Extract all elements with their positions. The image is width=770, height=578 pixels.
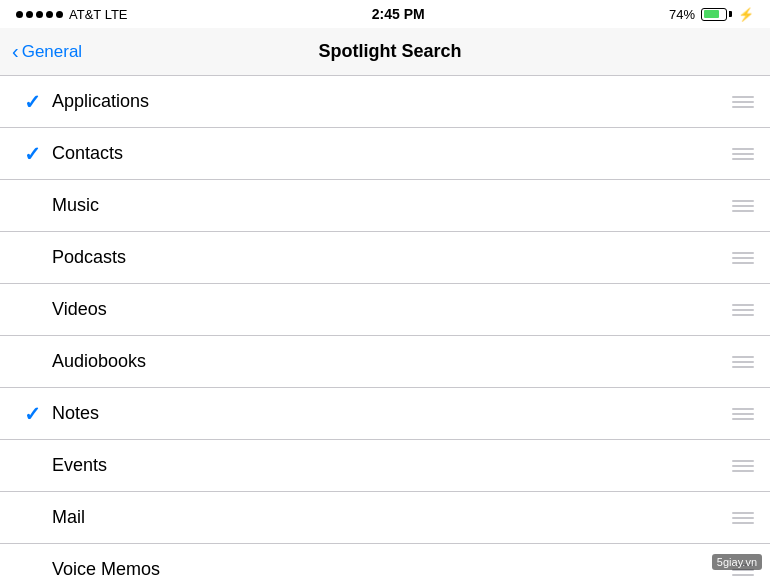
reorder-line bbox=[732, 408, 754, 410]
reorder-line bbox=[732, 470, 754, 472]
list-item[interactable]: ✓Applications bbox=[0, 76, 770, 128]
reorder-icon[interactable] bbox=[732, 200, 754, 212]
reorder-line bbox=[732, 148, 754, 150]
item-label: Audiobooks bbox=[48, 351, 732, 372]
checkmark-icon: ✓ bbox=[16, 142, 48, 166]
signal-dot-3 bbox=[36, 11, 43, 18]
reorder-line bbox=[732, 366, 754, 368]
reorder-icon[interactable] bbox=[732, 304, 754, 316]
battery-fill bbox=[704, 10, 720, 18]
item-label: Events bbox=[48, 455, 732, 476]
reorder-line bbox=[732, 418, 754, 420]
nav-title: Spotlight Search bbox=[82, 41, 698, 62]
reorder-line bbox=[732, 361, 754, 363]
reorder-icon[interactable] bbox=[732, 512, 754, 524]
reorder-line bbox=[732, 153, 754, 155]
list-item[interactable]: ✓Mail bbox=[0, 492, 770, 544]
battery-percent: 74% bbox=[669, 7, 695, 22]
list-item[interactable]: ✓Music bbox=[0, 180, 770, 232]
checkmark-icon: ✓ bbox=[16, 402, 48, 426]
item-label: Podcasts bbox=[48, 247, 732, 268]
signal-dot-2 bbox=[26, 11, 33, 18]
reorder-line bbox=[732, 205, 754, 207]
list-item[interactable]: ✓Voice Memos bbox=[0, 544, 770, 578]
signal-dots bbox=[16, 11, 63, 18]
nav-bar: ‹ General Spotlight Search bbox=[0, 28, 770, 76]
battery-icon bbox=[701, 8, 732, 21]
item-label: Notes bbox=[48, 403, 732, 424]
list-item[interactable]: ✓Events bbox=[0, 440, 770, 492]
lightning-icon: ⚡ bbox=[738, 7, 754, 22]
phone-screen: AT&T LTE 2:45 PM 74% ⚡ ‹ General Spotlig… bbox=[0, 0, 770, 578]
watermark: 5giay.vn bbox=[712, 554, 762, 570]
nav-back-label: General bbox=[22, 42, 82, 62]
reorder-line bbox=[732, 356, 754, 358]
battery-body bbox=[701, 8, 727, 21]
reorder-line bbox=[732, 158, 754, 160]
reorder-line bbox=[732, 257, 754, 259]
reorder-line bbox=[732, 574, 754, 576]
list-item[interactable]: ✓Videos bbox=[0, 284, 770, 336]
status-left: AT&T LTE bbox=[16, 7, 128, 22]
reorder-line bbox=[732, 460, 754, 462]
item-label: Contacts bbox=[48, 143, 732, 164]
signal-dot-5 bbox=[56, 11, 63, 18]
carrier-text: AT&T LTE bbox=[69, 7, 128, 22]
nav-back-button[interactable]: ‹ General bbox=[12, 42, 82, 62]
reorder-line bbox=[732, 262, 754, 264]
reorder-icon[interactable] bbox=[732, 252, 754, 264]
reorder-icon[interactable] bbox=[732, 96, 754, 108]
list-item[interactable]: ✓Podcasts bbox=[0, 232, 770, 284]
reorder-line bbox=[732, 200, 754, 202]
reorder-line bbox=[732, 314, 754, 316]
list-item[interactable]: ✓Contacts bbox=[0, 128, 770, 180]
reorder-line bbox=[732, 210, 754, 212]
item-label: Voice Memos bbox=[48, 559, 732, 578]
status-time: 2:45 PM bbox=[372, 6, 425, 22]
reorder-line bbox=[732, 96, 754, 98]
reorder-icon[interactable] bbox=[732, 408, 754, 420]
reorder-line bbox=[732, 106, 754, 108]
checkmark-icon: ✓ bbox=[16, 90, 48, 114]
item-label: Music bbox=[48, 195, 732, 216]
reorder-line bbox=[732, 101, 754, 103]
reorder-icon[interactable] bbox=[732, 148, 754, 160]
list-item[interactable]: ✓Notes bbox=[0, 388, 770, 440]
item-label: Applications bbox=[48, 91, 732, 112]
reorder-line bbox=[732, 512, 754, 514]
status-right: 74% ⚡ bbox=[669, 7, 754, 22]
reorder-line bbox=[732, 517, 754, 519]
reorder-line bbox=[732, 522, 754, 524]
item-label: Mail bbox=[48, 507, 732, 528]
signal-dot-1 bbox=[16, 11, 23, 18]
reorder-line bbox=[732, 465, 754, 467]
reorder-line bbox=[732, 309, 754, 311]
list-item[interactable]: ✓Audiobooks bbox=[0, 336, 770, 388]
status-bar: AT&T LTE 2:45 PM 74% ⚡ bbox=[0, 0, 770, 28]
reorder-icon[interactable] bbox=[732, 356, 754, 368]
battery-tip bbox=[729, 11, 732, 17]
reorder-line bbox=[732, 252, 754, 254]
signal-dot-4 bbox=[46, 11, 53, 18]
chevron-left-icon: ‹ bbox=[12, 41, 19, 61]
reorder-line bbox=[732, 304, 754, 306]
reorder-line bbox=[732, 413, 754, 415]
reorder-icon[interactable] bbox=[732, 460, 754, 472]
list-container: ✓Applications✓Contacts✓Music✓Podcasts✓Vi… bbox=[0, 76, 770, 578]
item-label: Videos bbox=[48, 299, 732, 320]
